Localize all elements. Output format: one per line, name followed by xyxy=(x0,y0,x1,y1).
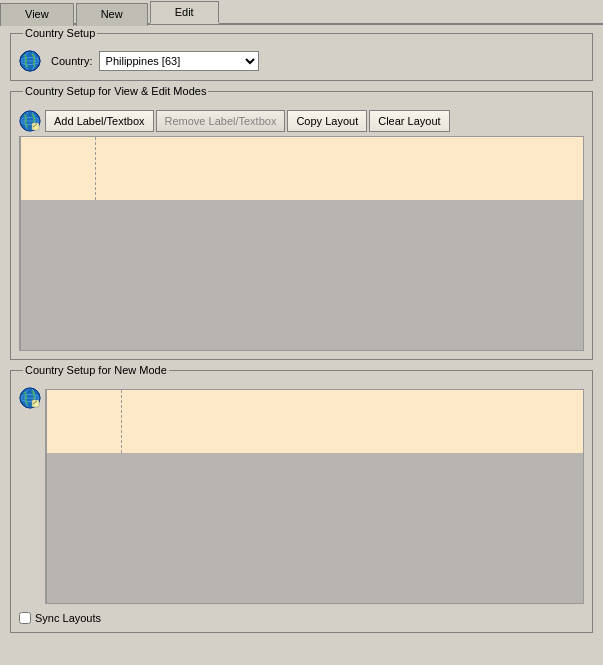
globe-icon-new xyxy=(19,387,41,409)
canvas-label-col-view-edit xyxy=(21,137,96,200)
new-layout-area xyxy=(45,389,584,604)
tab-edit[interactable]: Edit xyxy=(150,1,219,24)
remove-label-textbox-button[interactable]: Remove Label/Textbox xyxy=(156,110,286,132)
sync-row: Sync Layouts xyxy=(19,612,584,624)
canvas-field-col-view-edit xyxy=(96,137,583,200)
new-section-legend: Country Setup for New Mode xyxy=(23,364,169,376)
country-setup-box: Country Setup Country: Philippines [63] xyxy=(10,33,593,81)
country-setup-legend: Country Setup xyxy=(23,27,97,39)
view-edit-layout-area xyxy=(19,136,584,351)
country-row: Country: Philippines [63] xyxy=(19,50,584,72)
canvas-top-view-edit xyxy=(21,137,583,200)
tab-view[interactable]: View xyxy=(0,3,74,26)
sync-layouts-label: Sync Layouts xyxy=(35,612,101,624)
clear-layout-button[interactable]: Clear Layout xyxy=(369,110,449,132)
new-canvas xyxy=(46,390,583,603)
globe-icon-view-edit xyxy=(19,110,41,132)
tab-new[interactable]: New xyxy=(76,3,148,26)
globe-icon-country xyxy=(19,50,41,72)
canvas-top-new xyxy=(47,390,583,453)
view-edit-canvas xyxy=(20,137,583,350)
sync-layouts-checkbox[interactable] xyxy=(19,612,31,624)
country-select[interactable]: Philippines [63] xyxy=(99,51,259,71)
tab-bar: View New Edit xyxy=(0,0,603,25)
canvas-field-col-new xyxy=(122,390,583,453)
new-section-inner xyxy=(19,385,584,604)
toolbar: Add Label/Textbox Remove Label/Textbox C… xyxy=(19,110,584,132)
new-section: Country Setup for New Mode xyxy=(10,370,593,633)
country-label: Country: xyxy=(51,55,93,67)
copy-layout-button[interactable]: Copy Layout xyxy=(287,110,367,132)
add-label-textbox-button[interactable]: Add Label/Textbox xyxy=(45,110,154,132)
canvas-bottom-new xyxy=(47,453,583,603)
main-content: Country Setup Country: Philippines [63] … xyxy=(0,25,603,651)
view-edit-section: Country Setup for View & Edit Modes Add … xyxy=(10,91,593,360)
view-edit-legend: Country Setup for View & Edit Modes xyxy=(23,85,208,97)
canvas-label-col-new xyxy=(47,390,122,453)
canvas-bottom-view-edit xyxy=(21,200,583,350)
